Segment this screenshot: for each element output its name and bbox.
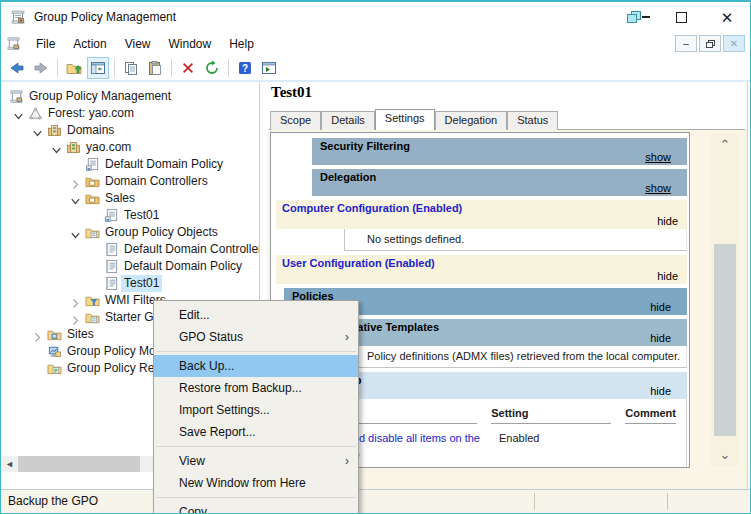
scroll-down-arrow-icon[interactable]: ⌄ [711, 446, 739, 464]
starter-gpos-folder-icon [85, 310, 100, 325]
chevron-collapsed-icon[interactable] [33, 330, 42, 339]
window-title: Group Policy Management [34, 10, 176, 24]
tree-item-label: Default Domain Controller [121, 241, 260, 258]
context-menu-edit[interactable]: Edit... [154, 304, 358, 326]
back-button[interactable] [6, 57, 28, 79]
tree-item-test01[interactable]: Test01 [1, 207, 259, 224]
chevron-collapsed-icon[interactable] [71, 313, 80, 322]
column-header-setting: Setting [491, 407, 611, 424]
tree-item-group-policy-objects[interactable]: Group Policy Objects [1, 224, 259, 241]
tree-item-label: Sales [102, 190, 138, 207]
tree-item-yao-com[interactable]: yao.com [1, 139, 259, 156]
context-menu-import-settings[interactable]: Import Settings... [154, 399, 358, 421]
copy-button[interactable] [120, 57, 142, 79]
ou-folder-icon [85, 191, 100, 206]
menu-action[interactable]: Action [64, 34, 115, 54]
tree-item-domain-controllers[interactable]: Domain Controllers [1, 173, 259, 190]
show-console-tree-button[interactable] [87, 57, 109, 79]
tab-delegation[interactable]: Delegation [435, 111, 508, 130]
context-menu-new-window-from-here[interactable]: New Window from Here [154, 472, 358, 494]
tree-item-label: Sites [64, 326, 97, 343]
status-divider [667, 493, 668, 510]
tab-settings[interactable]: Settings [375, 109, 435, 130]
mdi-restore-button[interactable] [699, 35, 721, 52]
context-menu-save-report[interactable]: Save Report... [154, 421, 358, 443]
forward-icon [33, 60, 49, 76]
tab-strip: ScopeDetailsSettingsDelegationStatus [270, 109, 558, 130]
gpo-context-menu: Edit...GPO Status›Back Up...Restore from… [153, 300, 359, 514]
up-one-level-button[interactable] [63, 57, 85, 79]
ou-folder-icon [85, 191, 100, 206]
forest-icon [28, 106, 43, 121]
menu-window[interactable]: Window [160, 34, 221, 54]
tab-status[interactable]: Status [507, 111, 558, 130]
tree-item-default-domain-controller[interactable]: Default Domain Controller [1, 241, 259, 258]
domain-icon [66, 140, 81, 155]
ou-folder-icon [85, 174, 100, 189]
status-bar: Backup the GPO [1, 489, 750, 513]
tree-item-label: Default Domain Policy [121, 258, 245, 275]
scrollbar-thumb[interactable] [714, 244, 736, 437]
tree-item-domains[interactable]: Domains [1, 122, 259, 139]
mdi-close-button[interactable]: ✕ [723, 35, 745, 52]
gp-modeling-icon [47, 344, 62, 359]
gpo-icon [104, 276, 119, 291]
context-menu-restore-from-backup[interactable]: Restore from Backup... [154, 377, 358, 399]
menu-help[interactable]: Help [220, 34, 263, 54]
up-one-level-icon [66, 60, 82, 76]
scroll-left-arrow-icon[interactable]: ◄ [1, 456, 18, 472]
tree-item-default-domain-policy[interactable]: Default Domain Policy [1, 156, 259, 173]
context-menu-gpo-status[interactable]: GPO Status› [154, 326, 358, 348]
hide-link[interactable]: hide [650, 332, 671, 344]
scrollbar-thumb[interactable] [18, 456, 140, 472]
report-section-user-configuration-enabled-: User Configuration (Enabled)hide [276, 255, 687, 284]
report-vertical-scrollbar[interactable]: ⌃ ⌄ [711, 134, 739, 466]
hide-link[interactable]: hide [650, 301, 671, 313]
chevron-expanded-icon[interactable] [71, 228, 80, 237]
tree-item-forest-yao-com[interactable]: Forest: yao.com [1, 105, 259, 122]
chevron-collapsed-icon[interactable] [71, 296, 80, 305]
refresh-button[interactable] [201, 57, 223, 79]
show-link[interactable]: show [645, 182, 671, 194]
forest-icon [28, 106, 43, 121]
hide-link[interactable]: hide [657, 215, 678, 227]
menu-file[interactable]: File [27, 34, 64, 54]
chevron-expanded-icon[interactable] [71, 194, 80, 203]
chevron-expanded-icon[interactable] [14, 109, 23, 118]
section-title: Delegation [320, 171, 376, 183]
tree-item-default-domain-policy[interactable]: Default Domain Policy [1, 258, 259, 275]
gpo-icon [104, 276, 119, 291]
hide-link[interactable]: hide [650, 385, 671, 397]
help-button[interactable]: ? [234, 57, 256, 79]
show-link[interactable]: show [645, 151, 671, 163]
maximize-button[interactable] [658, 2, 704, 32]
menu-separator [156, 497, 356, 498]
minimize-button[interactable] [612, 2, 658, 32]
context-menu-back-up[interactable]: Back Up... [154, 355, 358, 377]
chevron-expanded-icon[interactable] [52, 143, 61, 152]
tree-item-label: Test01 [121, 207, 162, 224]
chevron-expanded-icon[interactable] [33, 126, 42, 135]
forward-button[interactable] [30, 57, 52, 79]
scroll-up-arrow-icon[interactable]: ⌃ [711, 136, 739, 154]
tree-item-group-policy-management[interactable]: Group Policy Management [1, 88, 259, 105]
tab-scope[interactable]: Scope [270, 111, 321, 130]
tree-item-sales[interactable]: Sales [1, 190, 259, 207]
show-action-pane-button[interactable] [258, 57, 280, 79]
context-menu-copy[interactable]: Copy [154, 501, 358, 514]
close-button[interactable]: ✕ [704, 2, 750, 32]
context-menu-view[interactable]: View› [154, 450, 358, 472]
gp-results-icon [47, 361, 62, 376]
mdi-minimize-button[interactable]: – [675, 35, 697, 52]
chevron-collapsed-icon[interactable] [71, 177, 80, 186]
toolbar-separator [228, 59, 229, 77]
report-text-row: No settings defined. [344, 229, 687, 251]
hide-link[interactable]: hide [657, 270, 678, 282]
sites-folder-icon [47, 327, 62, 342]
delete-button[interactable] [177, 57, 199, 79]
paste-button[interactable] [144, 57, 166, 79]
tree-item-label: Domains [64, 122, 117, 139]
menu-view[interactable]: View [116, 34, 160, 54]
tab-details[interactable]: Details [321, 111, 375, 130]
tree-item-test01[interactable]: Test01 [1, 275, 259, 292]
